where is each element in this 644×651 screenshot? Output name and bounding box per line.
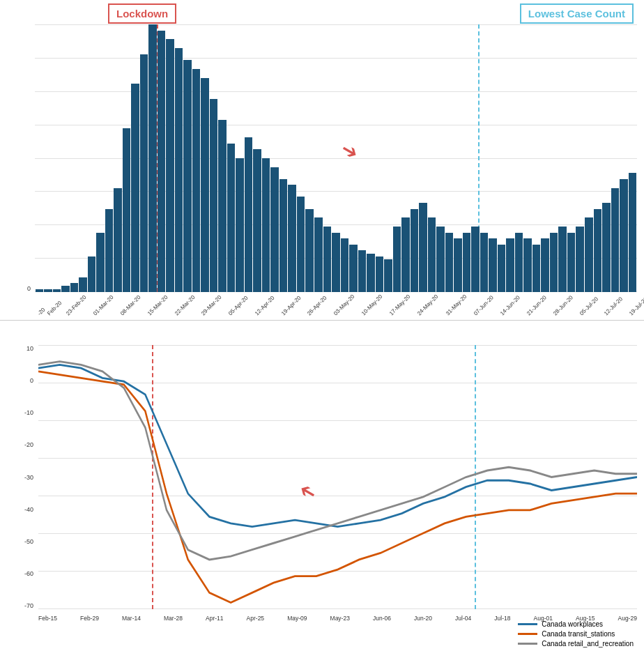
bar bbox=[463, 233, 471, 292]
bar bbox=[305, 209, 314, 292]
bar bbox=[245, 137, 253, 292]
bar bbox=[550, 233, 558, 292]
bar bbox=[53, 289, 61, 292]
legend-line-transit bbox=[518, 633, 537, 635]
bar bbox=[367, 254, 375, 292]
bar bbox=[393, 227, 401, 292]
bar bbox=[489, 238, 497, 292]
bar bbox=[523, 238, 532, 292]
bar bbox=[384, 259, 392, 292]
bar bbox=[201, 78, 209, 292]
legend-line-retail bbox=[518, 643, 537, 645]
bar bbox=[288, 185, 296, 292]
bar bbox=[480, 233, 489, 292]
bar bbox=[323, 227, 332, 292]
bar-chart-bars bbox=[35, 24, 637, 292]
bar bbox=[341, 238, 349, 292]
bar bbox=[620, 179, 628, 292]
bar bbox=[471, 227, 480, 292]
bar bbox=[419, 203, 427, 292]
lowest-case-annotation: Lowest Case Count bbox=[520, 3, 634, 24]
bar bbox=[236, 158, 244, 292]
bar bbox=[401, 217, 410, 292]
bar bbox=[105, 209, 114, 292]
legend-workplaces: Canada workplaces bbox=[518, 620, 634, 628]
x-axis-top-labels: -20Feb-2023-Feb-2001-Mar-2008-Mar-2015-M… bbox=[35, 312, 637, 319]
bar bbox=[253, 149, 261, 292]
bar bbox=[349, 245, 358, 292]
legend-label-workplaces: Canada workplaces bbox=[542, 620, 603, 628]
bar bbox=[428, 217, 436, 292]
legend-label-retail: Canada retail_and_recreation bbox=[542, 640, 634, 648]
bar bbox=[376, 256, 384, 292]
bar bbox=[558, 227, 567, 292]
bar bbox=[279, 179, 288, 292]
bar bbox=[210, 99, 218, 292]
bar bbox=[454, 238, 462, 292]
bar bbox=[123, 128, 131, 292]
bar bbox=[629, 173, 637, 292]
lockdown-label: Lockdown bbox=[116, 8, 168, 20]
bar bbox=[411, 209, 419, 292]
bar bbox=[227, 144, 236, 292]
bar bbox=[158, 31, 166, 292]
bar bbox=[148, 24, 157, 292]
bar bbox=[585, 217, 593, 292]
bar bbox=[611, 188, 620, 292]
bar bbox=[270, 167, 279, 292]
bar bbox=[61, 286, 70, 292]
bar bbox=[183, 60, 192, 292]
bar bbox=[175, 48, 183, 292]
lockdown-annotation: Lockdown bbox=[108, 3, 176, 24]
bar bbox=[96, 233, 105, 292]
bar bbox=[358, 250, 367, 292]
bar bbox=[576, 227, 584, 292]
top-bar-chart: Lockdown Lowest Case Count 0 ➔ bbox=[0, 0, 644, 321]
bar bbox=[436, 227, 445, 292]
bar bbox=[166, 39, 174, 292]
bar bbox=[297, 197, 305, 292]
bar bbox=[192, 69, 201, 292]
bar bbox=[218, 120, 227, 292]
bar bbox=[532, 245, 541, 292]
line-chart-svg bbox=[38, 345, 637, 609]
y-axis-top: 0 bbox=[0, 24, 33, 292]
bar bbox=[70, 283, 79, 292]
bar bbox=[506, 238, 514, 292]
bar bbox=[140, 54, 148, 292]
bar bbox=[332, 233, 340, 292]
bottom-line-chart: 10 0 -10 -20 -30 -40 -50 -60 -70 Feb-15 … bbox=[0, 321, 644, 651]
bar bbox=[36, 289, 44, 292]
bar bbox=[515, 233, 523, 292]
bar bbox=[602, 203, 611, 292]
bar bbox=[594, 209, 602, 292]
legend-label-transit: Canada transit_stations bbox=[542, 630, 615, 638]
legend-retail: Canada retail_and_recreation bbox=[518, 640, 634, 648]
legend-transit: Canada transit_stations bbox=[518, 630, 634, 638]
bar bbox=[79, 277, 87, 292]
bar bbox=[114, 188, 122, 292]
y-axis-bottom: 10 0 -10 -20 -30 -40 -50 -60 -70 bbox=[0, 345, 36, 609]
chart-legend: Canada workplaces Canada transit_station… bbox=[518, 620, 634, 648]
bar bbox=[262, 158, 270, 292]
bar bbox=[44, 289, 52, 292]
bar bbox=[314, 217, 323, 292]
lowest-case-label: Lowest Case Count bbox=[528, 8, 625, 20]
bar bbox=[445, 233, 454, 292]
bar bbox=[88, 256, 96, 292]
main-container: Lockdown Lowest Case Count 0 ➔ bbox=[0, 0, 644, 651]
bar bbox=[131, 84, 139, 292]
bar bbox=[498, 245, 506, 292]
bar bbox=[541, 238, 549, 292]
legend-line-workplaces bbox=[518, 623, 537, 625]
bar bbox=[567, 233, 576, 292]
